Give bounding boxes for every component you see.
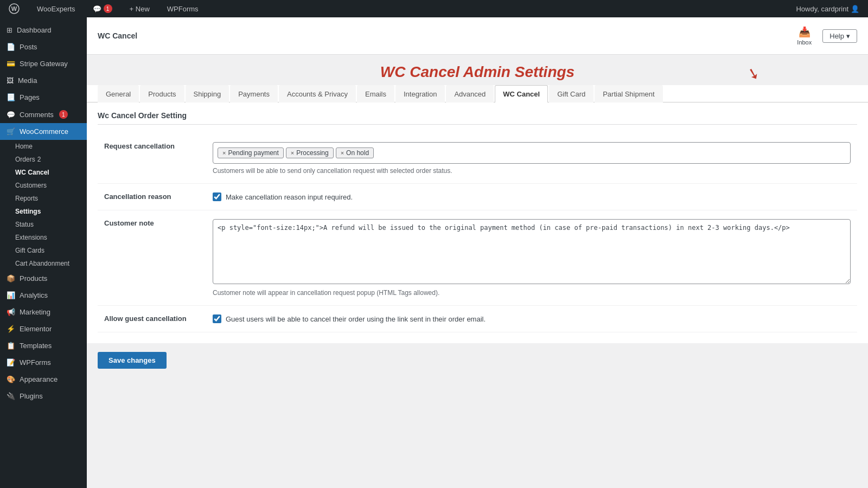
tag-remove-pending[interactable]: ×: [222, 150, 226, 156]
request-cancellation-select[interactable]: × Pending payment × Processing × On hold: [213, 142, 851, 164]
tab-emails[interactable]: Emails: [357, 85, 394, 102]
howdy-text: Howdy, cardprint: [796, 5, 848, 13]
sidebar-item-woocommerce[interactable]: 🛒 WooCommerce: [0, 123, 87, 140]
dashboard-icon: ⊞: [7, 26, 12, 34]
comment-icon: 💬: [93, 5, 101, 13]
help-chevron-icon: ▾: [846, 32, 850, 40]
sidebar-item-analytics[interactable]: 📊 Analytics: [0, 287, 87, 304]
admin-sidebar: ⊞ Dashboard 📄 Posts 💳 Stripe Gateway 🖼 M…: [0, 17, 87, 488]
appearance-icon: 🎨: [7, 375, 15, 383]
tab-general[interactable]: General: [98, 85, 139, 102]
wp-logo-link[interactable]: W: [4, 0, 24, 17]
appearance-label: Appearance: [20, 375, 58, 383]
submenu-settings[interactable]: Settings: [0, 205, 87, 218]
tag-remove-on-hold[interactable]: ×: [341, 150, 344, 156]
submenu-customers[interactable]: Customers: [0, 179, 87, 192]
submenu-cart-abandonment[interactable]: Cart Abandonment: [0, 257, 87, 270]
sidebar-item-dashboard[interactable]: ⊞ Dashboard: [0, 22, 87, 38]
cancellation-reason-checkbox-row: Make cancellation reason input required.: [213, 192, 851, 201]
plugins-label: Plugins: [20, 392, 43, 400]
cancellation-reason-checkbox[interactable]: [213, 192, 221, 201]
inbox-button[interactable]: 📥 Inbox: [793, 24, 816, 48]
submenu-reports[interactable]: Reports: [0, 192, 87, 205]
submenu-status[interactable]: Status: [0, 218, 87, 231]
howdy-link[interactable]: Howdy, cardprint 👤: [792, 0, 864, 17]
site-name-link[interactable]: WooExperts: [33, 0, 80, 17]
submenu-home[interactable]: Home: [0, 140, 87, 153]
allow-guest-label: Allow guest cancellation: [104, 314, 187, 323]
marketing-icon: 📢: [7, 308, 15, 316]
annotation-arrow: ➘: [745, 63, 762, 84]
tab-gift-card[interactable]: Gift Card: [549, 85, 593, 102]
sidebar-item-marketing[interactable]: 📢 Marketing: [0, 304, 87, 320]
cancellation-reason-label: Cancellation reason: [104, 192, 171, 201]
posts-label: Posts: [20, 43, 37, 51]
wpforms-sidebar-icon: 📝: [7, 358, 15, 367]
tab-advanced[interactable]: Advanced: [446, 85, 494, 102]
row-request-cancellation: Request cancellation × Pending payment ×: [98, 133, 857, 184]
admin-heading-area: WC Cancel Admin Settings ➘: [87, 55, 868, 85]
request-cancellation-desc: Customers will be able to send only canc…: [213, 167, 851, 175]
comments-icon: 💬: [7, 111, 15, 119]
tab-integration[interactable]: Integration: [395, 85, 445, 102]
posts-icon: 📄: [7, 43, 15, 51]
notifications-link[interactable]: 💬 1: [88, 0, 117, 17]
tag-processing: × Processing: [286, 147, 334, 158]
page-title: WC Cancel: [98, 31, 137, 40]
sidebar-item-media[interactable]: 🖼 Media: [0, 72, 87, 89]
sidebar-item-stripe-gateway[interactable]: 💳 Stripe Gateway: [0, 55, 87, 72]
customer-note-label: Customer note: [104, 219, 154, 227]
settings-content: Wc Cancel Order Setting Request cancella…: [87, 102, 868, 343]
pages-icon: 📃: [7, 93, 15, 101]
media-icon: 🖼: [7, 76, 14, 85]
inbox-label: Inbox: [797, 39, 812, 46]
site-name: WooExperts: [37, 5, 75, 13]
submenu-extensions[interactable]: Extensions: [0, 231, 87, 244]
marketing-label: Marketing: [20, 308, 50, 316]
wpforms-link[interactable]: WPForms: [163, 0, 203, 17]
save-button[interactable]: Save changes: [98, 352, 167, 369]
sidebar-item-products[interactable]: 📦 Products: [0, 270, 87, 287]
tab-shipping[interactable]: Shipping: [186, 85, 229, 102]
sidebar-item-elementor[interactable]: ⚡ Elementor: [0, 320, 87, 337]
analytics-icon: 📊: [7, 291, 15, 299]
submenu-orders[interactable]: Orders 2: [0, 153, 87, 166]
orders-badge: 2: [37, 156, 41, 163]
new-content-link[interactable]: + New: [125, 0, 154, 17]
tab-wc-cancel[interactable]: WC Cancel: [495, 85, 548, 102]
request-cancellation-label: Request cancellation: [104, 142, 175, 150]
sidebar-item-comments[interactable]: 💬 Comments 1: [0, 106, 87, 123]
sidebar-item-pages[interactable]: 📃 Pages: [0, 89, 87, 106]
row-cancellation-reason: Cancellation reason Make cancellation re…: [98, 184, 857, 210]
wpforms-label: WPForms: [167, 5, 199, 13]
submenu-gift-cards[interactable]: Gift Cards: [0, 244, 87, 257]
sidebar-item-posts[interactable]: 📄 Posts: [0, 38, 87, 55]
elementor-label: Elementor: [20, 325, 52, 333]
settings-table: Request cancellation × Pending payment ×: [98, 133, 857, 332]
page-title-bar: WC Cancel 📥 Inbox Help ▾: [87, 17, 868, 55]
tab-payments[interactable]: Payments: [230, 85, 278, 102]
pages-label: Pages: [20, 93, 40, 101]
products-icon: 📦: [7, 274, 15, 282]
settings-tabs: General Products Shipping Payments Accou…: [87, 85, 868, 102]
help-button[interactable]: Help ▾: [822, 29, 857, 43]
section-title: Wc Cancel Order Setting: [98, 102, 857, 125]
templates-icon: 📋: [7, 342, 15, 350]
customer-note-desc: Customer note will appear in cancellatio…: [213, 289, 851, 297]
tag-remove-processing[interactable]: ×: [291, 150, 294, 156]
sidebar-item-plugins[interactable]: 🔌 Plugins: [0, 388, 87, 404]
customer-note-textarea[interactable]: [213, 219, 851, 284]
tab-partial-shipment[interactable]: Partial Shipment: [595, 85, 662, 102]
tab-products[interactable]: Products: [140, 85, 184, 102]
new-label: + New: [130, 5, 150, 13]
inbox-icon: 📥: [799, 26, 810, 38]
templates-label: Templates: [20, 342, 52, 350]
submenu-wc-cancel[interactable]: WC Cancel: [0, 166, 87, 179]
notifications-badge: 1: [104, 4, 112, 13]
sidebar-item-appearance[interactable]: 🎨 Appearance: [0, 371, 87, 388]
allow-guest-checkbox[interactable]: [213, 314, 221, 323]
sidebar-item-templates[interactable]: 📋 Templates: [0, 337, 87, 354]
media-label: Media: [18, 76, 37, 85]
sidebar-item-wpforms[interactable]: 📝 WPForms: [0, 354, 87, 371]
tab-accounts-privacy[interactable]: Accounts & Privacy: [279, 85, 356, 102]
